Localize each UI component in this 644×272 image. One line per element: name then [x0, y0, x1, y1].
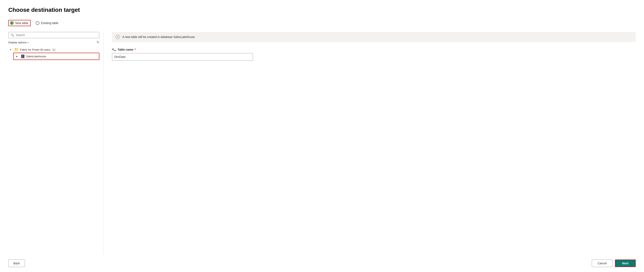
display-options-label: Display options — [8, 41, 26, 44]
cancel-button[interactable]: Cancel — [592, 259, 612, 267]
existing-table-label: Existing table — [41, 21, 58, 25]
lakehouse-label: SalesLakehouse — [26, 55, 46, 58]
lakehouse-icon: 🗄️ — [21, 54, 25, 58]
footer-right: Cancel Next — [592, 259, 636, 267]
next-button[interactable]: Next — [615, 259, 636, 267]
info-icon: i — [116, 35, 120, 39]
back-button[interactable]: Back — [8, 259, 25, 267]
footer-left: Back — [8, 259, 25, 267]
folder-label: Fabric for Power BI users — [20, 48, 50, 51]
new-table-label: New table — [15, 21, 28, 25]
chevron-down-icon: ∨ — [27, 41, 29, 44]
left-panel: 🔍 Display options ∨ ↻ ▼ 📁 Fabric for Pow… — [8, 32, 104, 254]
tree-child-group: ▶ 🗄️ SalesLakehouse — [13, 53, 99, 60]
new-table-option[interactable]: New table — [8, 20, 31, 26]
destination-type-radio-group: New table Existing table — [8, 20, 636, 26]
sales-lakehouse-item[interactable]: ▶ 🗄️ SalesLakehouse — [15, 54, 98, 59]
search-box[interactable]: 🔍 — [8, 32, 99, 38]
display-options-row: Display options ∨ ↻ — [8, 41, 99, 44]
tree-area: ▼ 📁 Fabric for Power BI users [1] ▶ 🗄️ S… — [8, 47, 99, 254]
search-icon: 🔍 — [10, 33, 14, 37]
table-name-field-label: ABC Table name * — [112, 48, 636, 52]
table-name-label: Table name — [118, 48, 133, 51]
footer: Back Cancel Next — [0, 254, 644, 272]
existing-table-option[interactable]: Existing table — [36, 21, 58, 25]
table-name-input[interactable] — [112, 53, 253, 61]
info-message: A new table will be created in database … — [122, 35, 195, 39]
existing-table-radio[interactable] — [36, 21, 40, 25]
tree-folder-item[interactable]: ▼ 📁 Fabric for Power BI users [1] — [8, 47, 99, 53]
expand-arrow-icon[interactable]: ▼ — [10, 49, 13, 51]
page-title: Choose destination target — [8, 7, 636, 13]
expand-arrow-child-icon[interactable]: ▶ — [16, 55, 20, 58]
required-indicator: * — [134, 48, 136, 51]
folder-icon: 📁 — [14, 47, 19, 52]
folder-count: [1] — [52, 48, 55, 51]
new-table-radio[interactable] — [10, 21, 14, 25]
refresh-button[interactable]: ↻ — [96, 41, 99, 44]
display-options-button[interactable]: Display options ∨ — [8, 41, 29, 44]
sales-lakehouse-selected-wrapper: ▶ 🗄️ SalesLakehouse — [13, 53, 99, 60]
right-panel: i A new table will be created in databas… — [104, 32, 636, 254]
search-input[interactable] — [16, 33, 97, 37]
ab-icon: ABC — [112, 48, 116, 52]
info-banner: i A new table will be created in databas… — [112, 32, 636, 42]
